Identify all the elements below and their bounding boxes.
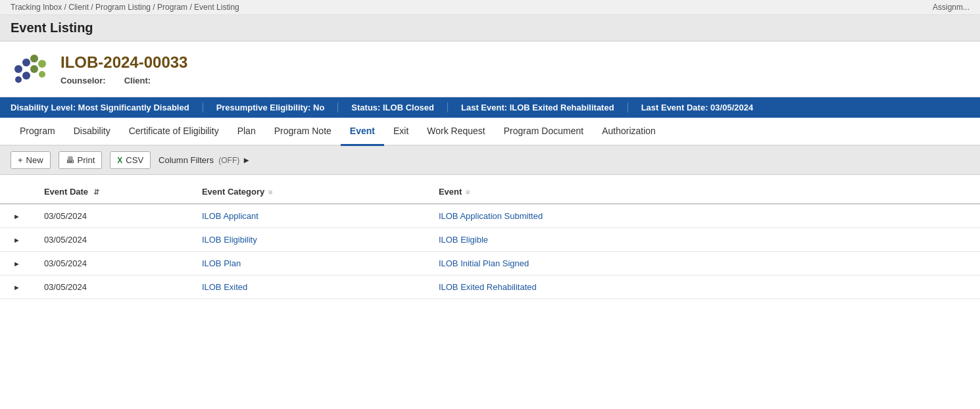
toolbar: + New 🖶 Print X CSV Column Filters (OFF)…	[0, 146, 980, 175]
svg-point-2	[30, 55, 38, 62]
column-filters-status: (OFF)	[216, 156, 239, 165]
disability-level: Disability Level: Most Significantly Dis…	[11, 103, 203, 112]
last-event-date: Last Event Date: 03/05/2024	[628, 103, 767, 112]
row-expand-arrow[interactable]: ►	[11, 282, 23, 293]
cell-event-category[interactable]: ILOB Eligibility	[191, 228, 428, 252]
column-filters-toggle[interactable]: Column Filters (OFF) ►	[159, 155, 251, 165]
page-title-bar: Event Listing	[0, 15, 980, 41]
cell-event-category[interactable]: ILOB Plan	[191, 252, 428, 276]
csv-button[interactable]: X CSV	[110, 151, 151, 169]
status-bar: Disability Level: Most Significantly Dis…	[0, 97, 980, 118]
svg-point-0	[14, 65, 22, 73]
case-id: ILOB-2024-00033	[61, 53, 187, 72]
cell-event-category[interactable]: ILOB Applicant	[191, 204, 428, 228]
svg-point-5	[22, 72, 30, 80]
page-title: Event Listing	[11, 20, 969, 36]
client-field: Client:	[124, 76, 153, 85]
row-expand-arrow[interactable]: ►	[11, 211, 23, 222]
event-date-sort-icon[interactable]: ⇵	[93, 188, 99, 196]
tab-event[interactable]: Event	[341, 118, 384, 146]
cell-event[interactable]: ILOB Initial Plan Signed	[428, 252, 980, 276]
table-row: ►03/05/2024ILOB PlanILOB Initial Plan Si…	[0, 252, 980, 276]
table-row: ►03/05/2024ILOB EligibilityILOB Eligible	[0, 228, 980, 252]
row-expand-arrow[interactable]: ►	[11, 258, 23, 269]
col-event-date: Event Date ⇵	[34, 180, 191, 204]
tab-program-document[interactable]: Program Document	[495, 118, 593, 146]
tab-plan[interactable]: Plan	[228, 118, 265, 146]
tab-program[interactable]: Program	[11, 118, 64, 146]
cell-event[interactable]: ILOB Exited Rehabilitated	[428, 276, 980, 299]
row-expand-arrow[interactable]: ►	[11, 235, 23, 245]
table-row: ►03/05/2024ILOB ApplicantILOB Applicatio…	[0, 204, 980, 228]
col-event-category: Event Category ≡	[191, 180, 428, 204]
tab-exit[interactable]: Exit	[384, 118, 418, 146]
tab-disability[interactable]: Disability	[64, 118, 120, 146]
print-icon: 🖶	[66, 155, 74, 165]
case-meta: Counselor: Client:	[61, 76, 187, 85]
event-table: Event Date ⇵ Event Category ≡ Event ≡ ►0…	[0, 180, 980, 299]
event-category-filter-icon[interactable]: ≡	[268, 188, 272, 196]
print-button[interactable]: 🖶 Print	[59, 151, 103, 169]
svg-point-4	[38, 60, 46, 68]
svg-point-6	[15, 76, 22, 83]
cell-event-date: 03/05/2024	[34, 276, 191, 299]
tab-authorization[interactable]: Authorization	[593, 118, 665, 146]
new-button[interactable]: + New	[11, 151, 51, 169]
tab-certificate[interactable]: Certificate of Eligibility	[120, 118, 228, 146]
cell-event[interactable]: ILOB Application Submitted	[428, 204, 980, 228]
event-filter-icon[interactable]: ≡	[466, 188, 470, 196]
case-status: Status: ILOB Closed	[338, 103, 448, 112]
cell-event-category[interactable]: ILOB Exited	[191, 276, 428, 299]
plus-icon: +	[18, 155, 23, 165]
table-header-row: Event Date ⇵ Event Category ≡ Event ≡	[0, 180, 980, 204]
tabs-bar: Program Disability Certificate of Eligib…	[0, 118, 980, 146]
case-info: ILOB-2024-00033 Counselor: Client:	[61, 53, 187, 85]
counselor-field: Counselor:	[61, 76, 109, 85]
tab-program-note[interactable]: Program Note	[265, 118, 341, 146]
presumptive-eligibility: Presumptive Eligibility: No	[203, 103, 339, 112]
cell-event-date: 03/05/2024	[34, 228, 191, 252]
table-row: ►03/05/2024ILOB ExitedILOB Exited Rehabi…	[0, 276, 980, 299]
csv-icon: X	[117, 156, 122, 165]
last-event: Last Event: ILOB Exited Rehabilitated	[448, 103, 628, 112]
col-event: Event ≡	[428, 180, 980, 204]
app-logo	[11, 49, 50, 89]
chevron-right-icon: ►	[242, 155, 251, 165]
tab-work-request[interactable]: Work Request	[418, 118, 494, 146]
case-header: ILOB-2024-00033 Counselor: Client:	[0, 41, 980, 97]
col-expand	[0, 180, 34, 204]
breadcrumb: Tracking Inbox / Client / Program Listin…	[11, 3, 239, 12]
svg-point-3	[30, 65, 38, 73]
cell-event[interactable]: ILOB Eligible	[428, 228, 980, 252]
assignee-label: Assignm...	[933, 3, 969, 12]
breadcrumb-bar: Tracking Inbox / Client / Program Listin…	[0, 0, 980, 15]
svg-point-1	[22, 59, 30, 66]
cell-event-date: 03/05/2024	[34, 204, 191, 228]
svg-point-7	[39, 71, 45, 78]
cell-event-date: 03/05/2024	[34, 252, 191, 276]
